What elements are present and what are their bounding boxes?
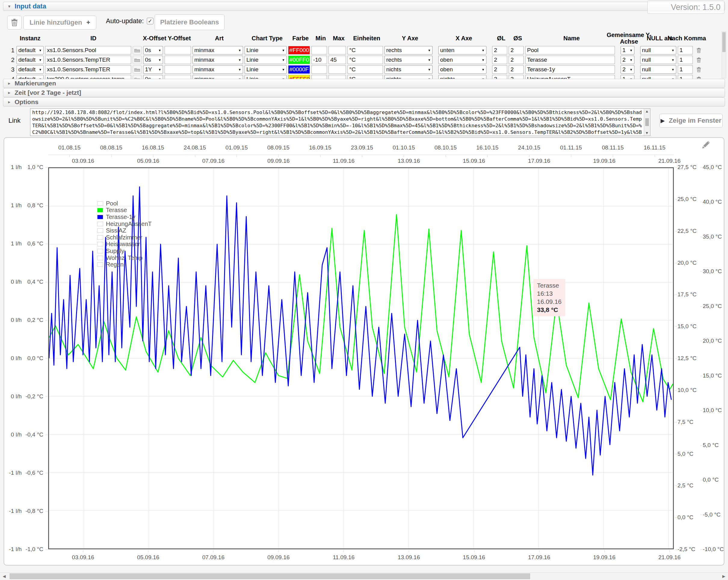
delete-line-button[interactable] (7, 16, 22, 29)
open-variable-picker-button[interactable] (133, 56, 142, 64)
delete-row-button[interactable] (694, 46, 703, 54)
horizontal-scrollbar[interactable]: ◀ ▶ (0, 572, 728, 580)
row-x_axe-select[interactable]: oben▼ (438, 65, 487, 74)
row-max-input[interactable]: 45 (329, 56, 346, 64)
row-min-input[interactable]: -10 (311, 56, 327, 64)
row-x_axe-select[interactable]: oben▼ (438, 56, 487, 64)
row-y_axe-select[interactable]: rechts▼ (385, 46, 433, 54)
scroll-down-icon[interactable]: ▼ (645, 131, 649, 135)
add-line-button[interactable]: Linie hinzufügen + (23, 16, 96, 29)
row-chart_type-select[interactable]: Linie▼ (244, 46, 287, 54)
row-art-select[interactable]: minmax▼ (192, 65, 243, 74)
row-chart_type-select[interactable]: Linie▼ (244, 56, 287, 64)
row-instanz-select[interactable]: default▼ (17, 56, 44, 64)
scroll-up-icon[interactable]: ▲ (645, 109, 649, 113)
open-variable-picker-button[interactable] (133, 46, 142, 54)
column-header-label: Y-Offset (168, 35, 191, 42)
legend-item-supply[interactable]: Supply (97, 247, 152, 255)
open-variable-picker-button[interactable] (133, 65, 142, 74)
row-y_axe-select[interactable]: nichts▼ (385, 65, 433, 74)
row-color-input[interactable]: #00FF0 (288, 56, 310, 64)
edit-pencil-icon[interactable] (700, 140, 710, 152)
row-min-input[interactable] (311, 46, 327, 54)
row-x_offset-select[interactable]: 1Y▼ (143, 65, 163, 74)
section-header-options[interactable]: ▸Options (3, 98, 725, 106)
legend-item-regen[interactable]: Regen (97, 261, 152, 268)
row-gemeinsame-select[interactable]: 2▼ (621, 56, 634, 64)
section-header-zeit[interactable]: ▸Zeit [vor 2 Tage - jetzt] (3, 88, 725, 97)
row-id-input[interactable]: xs1.0.Sensors.TempTER (45, 56, 131, 64)
row-nach_komma-input[interactable]: 1 (678, 46, 693, 54)
column-header: ØL (494, 31, 509, 45)
row-max-input[interactable] (329, 46, 346, 54)
row-oes-input[interactable]: 2 (509, 46, 524, 54)
scroll-left-icon[interactable]: ◀ (0, 573, 8, 580)
row-color-input[interactable]: #FF000 (288, 46, 310, 54)
row-art-select[interactable]: minmax▼ (192, 56, 243, 64)
bottom-axis-label: 09.09.16 (267, 554, 290, 561)
row-instanz-select[interactable]: default▼ (17, 46, 44, 54)
top-axis-2016-label: 13.09.16 (398, 158, 420, 164)
row-y_offset-input[interactable] (164, 65, 191, 74)
table-vertical-scrollbar[interactable] (722, 31, 726, 78)
plot-area[interactable]: PoolTerasseTerasse-1yHeizungAussenTSissi… (48, 167, 674, 549)
row-null_als-select[interactable]: null▼ (640, 46, 676, 54)
row-oes-input[interactable]: 2 (509, 56, 524, 64)
scrollbar-thumb[interactable] (10, 573, 530, 579)
row-y_offset-input[interactable] (164, 56, 191, 64)
row-x_offset-select[interactable]: 0s▼ (143, 56, 163, 64)
row-nach_komma-input[interactable]: 1 (678, 56, 693, 64)
row-instanz-select[interactable]: default▼ (17, 65, 44, 74)
row-max-input[interactable] (329, 65, 346, 74)
show-in-window-button[interactable]: ▶ Zeige im Fenster (659, 114, 723, 128)
row-min-input[interactable] (311, 65, 327, 74)
delete-row-button[interactable] (694, 56, 703, 64)
row-gemeinsame-select[interactable]: 2▼ (621, 65, 634, 74)
scrollbar-thumb[interactable] (645, 118, 649, 126)
row-id-input[interactable]: xs1.0.Sensors.TempTER (45, 65, 131, 74)
legend-item-sissiaz[interactable]: SissiAZ (97, 227, 152, 234)
row-oes-input[interactable]: 2 (509, 65, 524, 74)
auto-update-checkbox[interactable]: ✓ (147, 18, 153, 24)
section-header-markierungen[interactable]: ▸Markierungen (3, 79, 725, 88)
left-axis-lh-label: 0 l/h (11, 355, 22, 362)
legend-item-terasse-1y[interactable]: Terasse-1y (97, 214, 152, 220)
textarea-scrollbar[interactable]: ▲ ▼ (644, 109, 650, 136)
row-x_offset-select[interactable]: 0s▼ (143, 46, 163, 54)
row-x_axe-select[interactable]: unten▼ (438, 46, 487, 54)
scrollbar-thumb[interactable] (722, 32, 726, 52)
axis-tick (613, 155, 613, 157)
row-chart_type-select[interactable]: Linie▼ (244, 65, 287, 74)
row-oel-input[interactable]: 2 (492, 46, 507, 54)
row-name-input[interactable]: Terasse-1y (525, 65, 615, 74)
row-einheiten-input[interactable]: °C (347, 56, 383, 64)
scroll-right-icon[interactable]: ▶ (720, 573, 728, 580)
row-null_als-select[interactable]: null▼ (640, 65, 676, 74)
row-oel-input[interactable]: 2 (492, 65, 507, 74)
row-oel-input[interactable]: 2 (492, 56, 507, 64)
row-art-select[interactable]: minmax▼ (192, 46, 243, 54)
legend-item-schlafzimmer[interactable]: Schlafzimmer (97, 234, 152, 241)
row-name-input[interactable]: Pool (525, 46, 615, 54)
row-y_offset-input[interactable] (164, 46, 191, 54)
legend-item-terasse[interactable]: Terasse (97, 207, 152, 214)
x_offset-value: 1Y (145, 66, 152, 73)
delete-row-button[interactable] (694, 65, 703, 74)
legend-item-wohnz-temp[interactable]: Wohnz. Temp (97, 255, 152, 261)
row-gemeinsame-select[interactable]: 1▼ (621, 46, 634, 54)
legend-label: SissiAZ (106, 227, 126, 234)
row-einheiten-input[interactable]: °C (347, 65, 383, 74)
row-color-input[interactable]: #0000F (288, 65, 310, 74)
row-id-input[interactable]: xs1.0.Sensors.Pool (45, 46, 131, 54)
legend-item-heisswasser[interactable]: Heisswasser (97, 241, 152, 248)
input-data-section-header[interactable]: ▾ Input data (3, 2, 725, 11)
link-url-textarea[interactable]: http://192.168.178.48:8082/flot/index.ht… (30, 108, 650, 136)
row-null_als-select[interactable]: null▼ (640, 56, 676, 64)
row-einheiten-input[interactable]: °C (347, 46, 383, 54)
legend-item-pool[interactable]: Pool (97, 200, 152, 207)
row-y_axe-select[interactable]: rechts▼ (385, 56, 433, 64)
place-booleans-button[interactable]: Platziere Booleans (155, 15, 225, 30)
row-name-input[interactable]: Terasse (525, 56, 615, 64)
row-nach_komma-input[interactable]: 1 (678, 65, 693, 74)
legend-item-heizungaussent[interactable]: HeizungAussenT (97, 220, 152, 228)
